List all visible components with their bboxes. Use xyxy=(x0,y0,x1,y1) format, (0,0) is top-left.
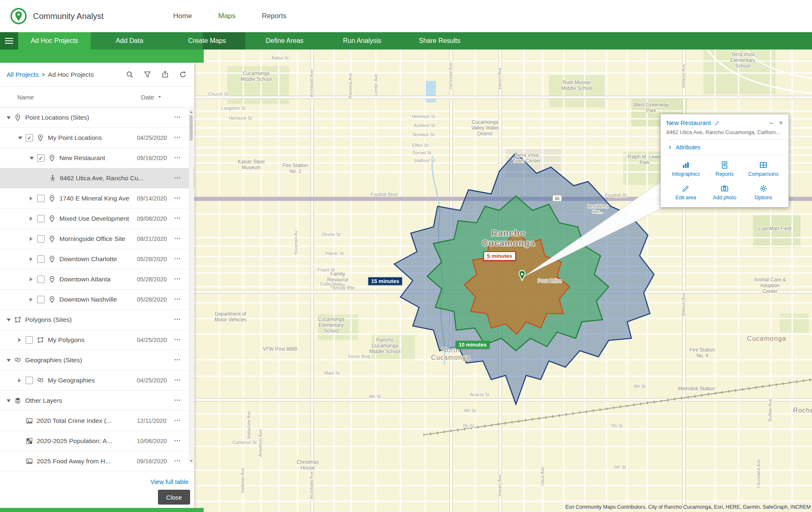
nav-maps[interactable]: Maps xyxy=(205,0,249,32)
row-menu-button[interactable] xyxy=(174,154,182,163)
breadcrumb-all-projects[interactable]: All Projects xyxy=(7,71,39,78)
toolbar-tab-share-results[interactable]: Share Results xyxy=(401,32,478,50)
row-menu-button[interactable] xyxy=(174,396,182,405)
expander-icon[interactable] xyxy=(30,237,37,241)
toolbar-tab-run-analysis[interactable]: Run Analysis xyxy=(323,32,401,50)
layer-checkbox[interactable] xyxy=(37,235,45,243)
funnel-icon[interactable] xyxy=(144,71,151,78)
expander-icon[interactable] xyxy=(30,196,37,201)
layer-checkbox[interactable] xyxy=(37,296,45,303)
row-date: 08/21/2020 xyxy=(137,236,167,242)
list-item[interactable]: Polygons (Sites) xyxy=(0,310,194,330)
popup-action-infographics[interactable]: Infographics xyxy=(666,161,705,177)
list-item[interactable]: 8462 Utica Ave, Rancho Cu... xyxy=(0,168,194,189)
row-menu-button[interactable] xyxy=(174,316,182,324)
row-menu-button[interactable] xyxy=(174,295,182,304)
refresh-icon[interactable] xyxy=(179,71,187,78)
popup-attributes-toggle[interactable]: Attributes xyxy=(666,140,783,155)
list-item[interactable]: 2020-2025 Population: A...10/06/2020 xyxy=(0,431,194,451)
layer-checkbox[interactable] xyxy=(37,195,45,202)
row-menu-button[interactable] xyxy=(174,235,182,243)
view-full-table-link[interactable]: View full table xyxy=(151,478,188,485)
expander-icon[interactable] xyxy=(7,319,14,321)
search-icon[interactable] xyxy=(126,71,134,78)
layer-checkbox[interactable] xyxy=(37,215,45,222)
list-item[interactable]: 2020 Total Crime Index (...12/11/2020 xyxy=(0,411,194,431)
row-menu-button[interactable] xyxy=(174,134,182,142)
row-menu-button[interactable] xyxy=(174,437,182,446)
list-item[interactable]: ✓My Point Locations04/25/2020 xyxy=(0,128,194,148)
scroll-up-arrow[interactable] xyxy=(189,109,193,114)
nav-reports[interactable]: Reports xyxy=(249,0,300,32)
list-item[interactable]: ✓New Restaurant09/16/2020 xyxy=(0,148,194,168)
row-menu-button[interactable] xyxy=(174,457,182,466)
list-item[interactable]: Mixed Use Development09/08/2020 xyxy=(0,209,194,229)
map-viewport[interactable]: CucamongaMiddle SchoolTerra VistaElement… xyxy=(194,50,812,512)
column-header-date[interactable]: Date xyxy=(141,94,162,101)
panel-scrollbar[interactable] xyxy=(189,109,193,464)
list-item[interactable]: My Polygons04/25/2020 xyxy=(0,330,194,350)
export-icon[interactable] xyxy=(161,71,169,78)
expander-icon[interactable] xyxy=(18,137,26,139)
menu-button[interactable] xyxy=(0,32,18,50)
row-menu-button[interactable] xyxy=(174,275,182,284)
popup-action-label: Comparisons xyxy=(748,171,779,177)
list-item[interactable]: Downtown Atlanta05/28/2020 xyxy=(0,269,194,290)
toolbar-tab-create-maps[interactable]: Create Maps xyxy=(168,32,246,50)
list-item[interactable]: 2025 Food Away from H...09/16/2020 xyxy=(0,451,194,472)
row-menu-button[interactable] xyxy=(174,417,182,425)
expander-icon[interactable] xyxy=(30,297,37,302)
list-item[interactable]: Morningside Office Site08/21/2020 xyxy=(0,229,194,249)
row-menu-button[interactable] xyxy=(174,194,182,203)
map-label: Ruth MusserMiddle School xyxy=(561,80,592,91)
popup-attributes-label: Attributes xyxy=(676,144,700,151)
scroll-down-arrow[interactable] xyxy=(189,458,193,463)
row-menu-button[interactable] xyxy=(174,255,182,264)
row-menu-button[interactable] xyxy=(174,376,182,385)
layer-checkbox[interactable] xyxy=(26,336,33,344)
expander-icon[interactable] xyxy=(18,338,26,342)
expander-icon[interactable] xyxy=(7,359,14,362)
list-item[interactable]: Other Layers xyxy=(0,391,194,411)
layer-checkbox[interactable] xyxy=(26,377,33,384)
column-header-name[interactable]: Name xyxy=(0,94,34,101)
layer-checkbox[interactable]: ✓ xyxy=(26,134,33,142)
list-item[interactable]: 1740 E Mineral King Ave09/14/2020 xyxy=(0,189,194,209)
toolbar-tab-define-areas[interactable]: Define Areas xyxy=(246,32,323,50)
expander-icon[interactable] xyxy=(30,217,37,221)
toolbar-tab-ad-hoc-projects[interactable]: Ad Hoc Projects xyxy=(18,32,91,50)
popup-action-reports[interactable]: Reports xyxy=(705,161,744,177)
layer-checkbox[interactable] xyxy=(37,255,45,263)
row-menu-button[interactable] xyxy=(174,215,182,223)
expander-icon[interactable] xyxy=(7,399,14,402)
expander-icon[interactable] xyxy=(30,157,37,160)
expander-icon[interactable] xyxy=(30,277,37,281)
row-menu-button[interactable] xyxy=(174,113,182,122)
row-label: Mixed Use Development xyxy=(59,215,129,222)
list-item[interactable]: My Geographies04/25/2020 xyxy=(0,370,194,391)
list-item[interactable]: Point Locations (Sites) xyxy=(0,108,194,128)
row-menu-button[interactable] xyxy=(174,356,182,365)
scrollbar-thumb[interactable] xyxy=(190,115,193,141)
popup-action-options[interactable]: Options xyxy=(744,184,783,201)
expander-icon[interactable] xyxy=(18,378,26,382)
popup-minimize-button[interactable]: – xyxy=(770,120,773,126)
map-label: Church St xyxy=(208,92,228,97)
expander-icon[interactable] xyxy=(7,116,14,119)
toolbar-tab-add-data[interactable]: Add Data xyxy=(91,32,168,50)
close-panel-button[interactable]: Close xyxy=(158,490,190,505)
row-menu-button[interactable] xyxy=(174,174,182,183)
popup-action-comparisons[interactable]: Comparisons xyxy=(744,161,783,177)
list-item[interactable]: Downtown Charlotte05/28/2020 xyxy=(0,249,194,269)
layer-checkbox[interactable] xyxy=(37,276,45,283)
layer-checkbox[interactable]: ✓ xyxy=(37,154,45,162)
popup-action-edit-area[interactable]: Edit area xyxy=(666,184,705,201)
row-menu-button[interactable] xyxy=(174,336,182,344)
expander-icon[interactable] xyxy=(30,257,37,261)
popup-close-button[interactable]: × xyxy=(779,120,783,126)
popup-action-add-photo[interactable]: Add photo xyxy=(705,184,744,201)
list-item[interactable]: Downtown Nashville05/28/2020 xyxy=(0,290,194,310)
nav-home[interactable]: Home xyxy=(160,0,205,32)
rename-pencil-icon[interactable] xyxy=(714,120,720,126)
list-item[interactable]: Geographies (Sites) xyxy=(0,350,194,370)
